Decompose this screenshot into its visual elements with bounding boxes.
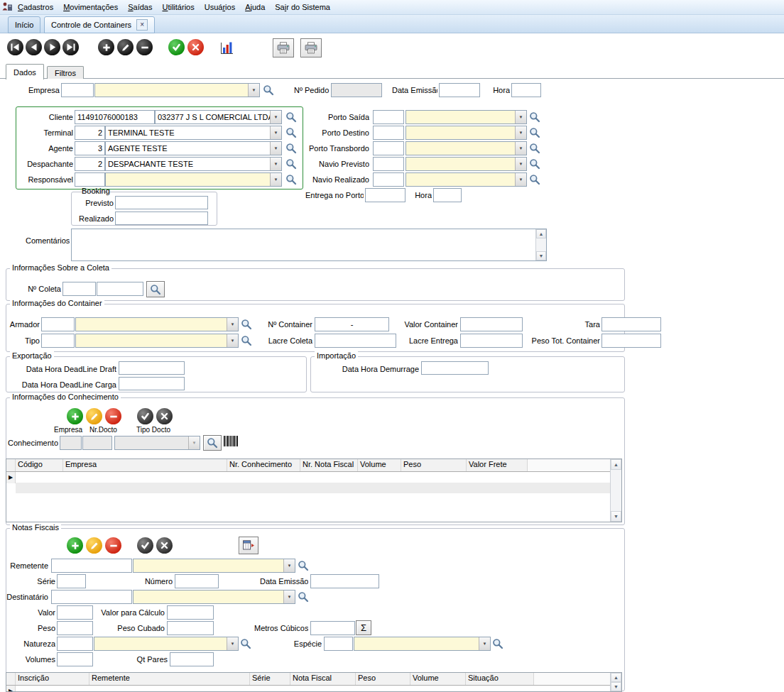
despachante-code-field[interactable]: 2 [75,157,105,171]
tipo-code-field[interactable] [41,334,75,348]
numero-field[interactable] [175,574,219,588]
agente-combo[interactable]: AGENTE TESTE▼ [105,141,282,155]
n-coleta-code-field[interactable] [62,282,96,296]
conhecimento-add-button[interactable] [67,408,83,424]
print-button-2[interactable] [300,38,322,57]
peso-tot-field[interactable] [601,334,661,348]
terminal-combo[interactable]: TERMINAL TESTE▼ [105,126,282,140]
menu-cadastros[interactable]: Cadastros [13,1,58,13]
chart-button[interactable] [219,40,234,57]
conhecimento-confirm-button[interactable] [137,408,153,424]
porto-destino-combo[interactable]: ▼ [405,126,527,140]
hora-field[interactable] [511,83,541,97]
empresa-code-field[interactable] [61,83,94,97]
scroll-down-icon[interactable]: ▼ [536,251,546,260]
especie-search-icon[interactable] [492,638,504,650]
valor-field[interactable] [57,605,93,620]
deadline-carga-field[interactable] [119,377,185,390]
scroll-up-icon[interactable]: ▲ [611,459,621,470]
remetente-search-icon[interactable] [298,560,310,572]
scroll-up-icon[interactable]: ▲ [536,229,546,238]
delete-record-button[interactable] [136,39,153,55]
combo-arrow-icon[interactable]: ▼ [270,126,281,139]
combo-arrow-icon[interactable]: ▼ [515,158,526,170]
qt-pares-field[interactable] [170,652,214,666]
porto-saida-search-icon[interactable] [529,111,541,123]
confirm-button[interactable] [168,39,185,55]
sum-button[interactable]: Σ [356,620,371,635]
despachante-search-icon[interactable] [285,158,298,170]
armador-combo[interactable]: ▼ [75,317,239,331]
scroll-up-icon[interactable]: ▲ [611,673,621,682]
notas-grid[interactable]: Inscrição Remetente Série Nota Fiscal Pe… [6,672,622,692]
combo-arrow-icon[interactable]: ▼ [283,559,295,572]
scroll-down-icon[interactable]: ▼ [611,511,621,522]
valor-calculo-field[interactable] [167,605,214,620]
grid-scrollbar[interactable]: ▲ ▼ [610,673,621,691]
tab-filtros[interactable]: Filtros [47,66,84,79]
lacre-entrega-field[interactable] [460,334,523,348]
menu-sair[interactable]: Sair do Sistema [270,1,335,13]
destinatario-combo[interactable]: ▼ [133,590,295,604]
booking-realizado-field[interactable] [115,212,208,225]
last-record-button[interactable] [62,39,79,55]
combo-arrow-icon[interactable]: ▼ [479,637,490,650]
conhecimento-delete-button[interactable] [105,408,121,424]
tab-close-icon[interactable]: × [136,19,148,31]
next-record-button[interactable] [44,39,60,55]
tab-controle-de-containers[interactable]: Controle de Containers × [44,16,155,33]
menu-saidas[interactable]: Saídas [123,1,157,13]
navio-realizado-combo[interactable]: ▼ [405,172,527,187]
conhecimento-search-button[interactable] [203,435,222,451]
navio-previsto-combo[interactable]: ▼ [405,157,527,171]
notas-cancel-button[interactable] [156,537,173,554]
combo-arrow-icon[interactable]: ▼ [515,111,526,123]
notas-add-button[interactable] [67,537,83,554]
tara-field[interactable] [601,317,661,331]
combo-arrow-icon[interactable]: ▼ [248,84,259,97]
combo-arrow-icon[interactable]: ▼ [227,637,238,650]
porto-saida-combo[interactable]: ▼ [405,110,527,124]
remetente-code-field[interactable] [51,559,132,573]
natureza-combo[interactable]: ▼ [94,637,239,651]
natureza-code-field[interactable] [57,637,93,651]
first-record-button[interactable] [7,39,23,55]
armador-search-icon[interactable] [241,319,253,331]
tipo-combo[interactable]: ▼ [75,334,239,348]
comentarios-memo[interactable]: ▲ ▼ [71,229,547,261]
grid-scrollbar[interactable]: ▲ ▼ [610,459,621,522]
prev-record-button[interactable] [26,39,42,55]
destinatario-code-field[interactable] [51,590,132,604]
tab-dados[interactable]: Dados [6,64,44,79]
n-container-field[interactable]: - [315,317,389,331]
lacre-coleta-field[interactable] [315,334,396,348]
add-record-button[interactable] [98,39,114,55]
porto-transbordo-combo[interactable]: ▼ [405,141,527,155]
transfer-nf-button[interactable] [239,537,258,554]
terminal-code-field[interactable]: 2 [75,126,105,140]
cliente-combo[interactable]: 032377 J S L COMERCIAL LTDA▼ [155,110,282,124]
cliente-code-field[interactable]: 11491076000183 [75,110,155,124]
especie-combo[interactable]: ▼ [354,637,491,651]
tipo-search-icon[interactable] [241,335,253,347]
responsavel-search-icon[interactable] [285,174,298,186]
conhecimento-edit-button[interactable] [86,408,102,424]
edit-record-button[interactable] [117,39,134,55]
combo-arrow-icon[interactable]: ▼ [515,126,526,139]
entrega-porto-field[interactable] [365,188,405,202]
cancel-button[interactable] [187,39,204,55]
valor-container-field[interactable] [460,317,523,331]
combo-arrow-icon[interactable]: ▼ [283,591,295,603]
porto-destino-search-icon[interactable] [529,127,541,139]
porto-transbordo-search-icon[interactable] [529,143,541,155]
notas-edit-button[interactable] [86,537,102,554]
combo-arrow-icon[interactable]: ▼ [270,111,281,123]
terminal-search-icon[interactable] [285,127,298,139]
conhecimento-cancel-button[interactable] [156,408,173,424]
print-button[interactable] [273,38,294,57]
entrega-hora-field[interactable] [433,188,462,202]
n-coleta-field[interactable] [97,282,143,296]
remetente-combo[interactable]: ▼ [133,559,295,573]
especie-code-field[interactable] [324,637,353,651]
empresa-combo[interactable]: ▼ [94,83,260,97]
